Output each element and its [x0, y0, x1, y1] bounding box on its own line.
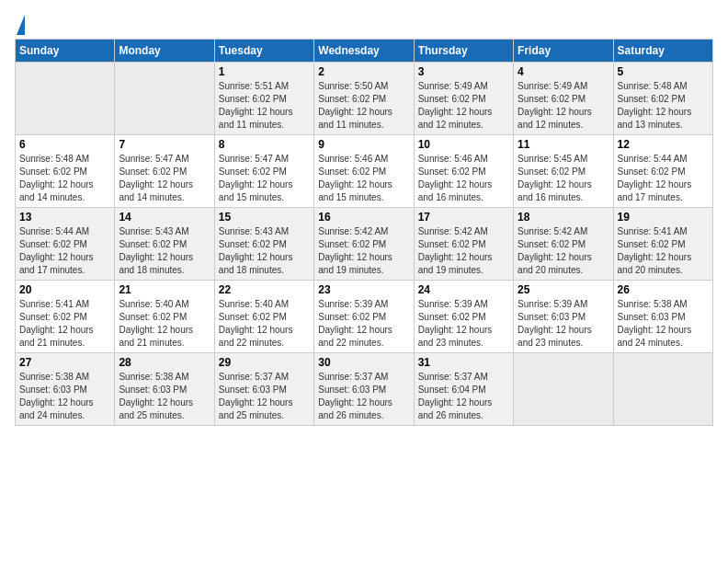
day-number: 28 — [119, 356, 210, 369]
calendar-day-cell: 4Sunrise: 5:49 AMSunset: 6:02 PMDaylight… — [514, 63, 613, 135]
day-detail: Sunrise: 5:39 AMSunset: 6:03 PMDaylight:… — [518, 298, 609, 350]
day-detail: Sunrise: 5:42 AMSunset: 6:02 PMDaylight:… — [418, 225, 509, 277]
calendar-day-cell: 6Sunrise: 5:48 AMSunset: 6:02 PMDaylight… — [16, 135, 115, 208]
calendar-day-cell: 21Sunrise: 5:40 AMSunset: 6:02 PMDayligh… — [115, 281, 214, 353]
day-detail: Sunrise: 5:39 AMSunset: 6:02 PMDaylight:… — [318, 298, 409, 350]
day-number: 10 — [418, 138, 509, 151]
calendar-week-row: 13Sunrise: 5:44 AMSunset: 6:02 PMDayligh… — [16, 208, 713, 281]
calendar-day-cell: 16Sunrise: 5:42 AMSunset: 6:02 PMDayligh… — [314, 208, 414, 281]
day-detail: Sunrise: 5:48 AMSunset: 6:02 PMDaylight:… — [618, 80, 709, 132]
day-detail: Sunrise: 5:43 AMSunset: 6:02 PMDaylight:… — [119, 225, 210, 277]
day-number: 16 — [318, 211, 409, 224]
day-number: 7 — [119, 138, 210, 151]
calendar-week-row: 20Sunrise: 5:41 AMSunset: 6:02 PMDayligh… — [16, 281, 713, 353]
calendar-day-cell: 23Sunrise: 5:39 AMSunset: 6:02 PMDayligh… — [314, 281, 414, 353]
calendar-day-cell: 25Sunrise: 5:39 AMSunset: 6:03 PMDayligh… — [514, 281, 613, 353]
day-detail: Sunrise: 5:44 AMSunset: 6:02 PMDaylight:… — [19, 225, 110, 277]
day-number: 22 — [219, 283, 310, 296]
day-number: 1 — [219, 65, 310, 78]
day-number: 9 — [318, 138, 409, 151]
calendar-day-cell: 28Sunrise: 5:38 AMSunset: 6:03 PMDayligh… — [115, 353, 214, 426]
calendar-day-cell: 17Sunrise: 5:42 AMSunset: 6:02 PMDayligh… — [414, 208, 513, 281]
calendar-day-cell — [16, 63, 115, 135]
day-number: 13 — [19, 211, 110, 224]
day-number: 3 — [418, 65, 509, 78]
calendar-day-cell: 3Sunrise: 5:49 AMSunset: 6:02 PMDaylight… — [414, 63, 513, 135]
day-number: 5 — [618, 65, 709, 78]
calendar-week-row: 1Sunrise: 5:51 AMSunset: 6:02 PMDaylight… — [16, 63, 713, 135]
calendar-day-cell — [514, 353, 613, 426]
calendar-day-cell: 30Sunrise: 5:37 AMSunset: 6:03 PMDayligh… — [314, 353, 414, 426]
calendar-day-cell: 15Sunrise: 5:43 AMSunset: 6:02 PMDayligh… — [214, 208, 313, 281]
day-detail: Sunrise: 5:40 AMSunset: 6:02 PMDaylight:… — [119, 298, 210, 350]
calendar-day-cell: 1Sunrise: 5:51 AMSunset: 6:02 PMDaylight… — [214, 63, 313, 135]
day-detail: Sunrise: 5:50 AMSunset: 6:02 PMDaylight:… — [318, 80, 409, 132]
day-number: 11 — [518, 138, 609, 151]
calendar-day-cell: 26Sunrise: 5:38 AMSunset: 6:03 PMDayligh… — [613, 281, 712, 353]
day-detail: Sunrise: 5:41 AMSunset: 6:02 PMDaylight:… — [618, 225, 709, 277]
day-detail: Sunrise: 5:49 AMSunset: 6:02 PMDaylight:… — [518, 80, 609, 132]
day-detail: Sunrise: 5:41 AMSunset: 6:02 PMDaylight:… — [19, 298, 110, 350]
day-number: 18 — [518, 211, 609, 224]
day-detail: Sunrise: 5:42 AMSunset: 6:02 PMDaylight:… — [318, 225, 409, 277]
calendar-day-cell: 19Sunrise: 5:41 AMSunset: 6:02 PMDayligh… — [613, 208, 712, 281]
day-number: 4 — [518, 65, 609, 78]
day-number: 24 — [418, 283, 509, 296]
day-detail: Sunrise: 5:40 AMSunset: 6:02 PMDaylight:… — [219, 298, 310, 350]
calendar-day-cell: 27Sunrise: 5:38 AMSunset: 6:03 PMDayligh… — [16, 353, 115, 426]
day-detail: Sunrise: 5:38 AMSunset: 6:03 PMDaylight:… — [19, 371, 110, 422]
day-detail: Sunrise: 5:43 AMSunset: 6:02 PMDaylight:… — [219, 225, 310, 277]
day-number: 23 — [318, 283, 409, 296]
day-number: 14 — [119, 211, 210, 224]
day-detail: Sunrise: 5:39 AMSunset: 6:02 PMDaylight:… — [418, 298, 509, 350]
calendar-day-cell: 22Sunrise: 5:40 AMSunset: 6:02 PMDayligh… — [214, 281, 313, 353]
day-number: 12 — [618, 138, 709, 151]
calendar-day-cell: 20Sunrise: 5:41 AMSunset: 6:02 PMDayligh… — [16, 281, 115, 353]
day-detail: Sunrise: 5:47 AMSunset: 6:02 PMDaylight:… — [219, 153, 310, 204]
calendar-day-cell: 29Sunrise: 5:37 AMSunset: 6:03 PMDayligh… — [214, 353, 313, 426]
day-number: 29 — [219, 356, 310, 369]
day-number: 8 — [219, 138, 310, 151]
column-header-sunday: Sunday — [16, 40, 115, 63]
column-header-monday: Monday — [115, 40, 214, 63]
column-header-saturday: Saturday — [613, 40, 712, 63]
logo-triangle-icon — [17, 15, 25, 35]
calendar-day-cell — [115, 63, 214, 135]
day-number: 6 — [19, 138, 110, 151]
day-number: 25 — [518, 283, 609, 296]
column-header-friday: Friday — [514, 40, 613, 63]
day-detail: Sunrise: 5:37 AMSunset: 6:04 PMDaylight:… — [418, 371, 509, 422]
day-detail: Sunrise: 5:46 AMSunset: 6:02 PMDaylight:… — [318, 153, 409, 204]
calendar-day-cell: 18Sunrise: 5:42 AMSunset: 6:02 PMDayligh… — [514, 208, 613, 281]
day-number: 31 — [418, 356, 509, 369]
day-detail: Sunrise: 5:38 AMSunset: 6:03 PMDaylight:… — [119, 371, 210, 422]
day-detail: Sunrise: 5:38 AMSunset: 6:03 PMDaylight:… — [618, 298, 709, 350]
day-detail: Sunrise: 5:49 AMSunset: 6:02 PMDaylight:… — [418, 80, 509, 132]
calendar-day-cell: 5Sunrise: 5:48 AMSunset: 6:02 PMDaylight… — [613, 63, 712, 135]
calendar-day-cell — [613, 353, 712, 426]
day-detail: Sunrise: 5:48 AMSunset: 6:02 PMDaylight:… — [19, 153, 110, 204]
calendar-day-cell: 9Sunrise: 5:46 AMSunset: 6:02 PMDaylight… — [314, 135, 414, 208]
calendar-day-cell: 2Sunrise: 5:50 AMSunset: 6:02 PMDaylight… — [314, 63, 414, 135]
column-header-tuesday: Tuesday — [214, 40, 313, 63]
day-number: 19 — [618, 211, 709, 224]
calendar-day-cell: 12Sunrise: 5:44 AMSunset: 6:02 PMDayligh… — [613, 135, 712, 208]
calendar-day-cell: 14Sunrise: 5:43 AMSunset: 6:02 PMDayligh… — [115, 208, 214, 281]
day-number: 2 — [318, 65, 409, 78]
page-header — [15, 15, 713, 31]
calendar-day-cell: 13Sunrise: 5:44 AMSunset: 6:02 PMDayligh… — [16, 208, 115, 281]
day-number: 30 — [318, 356, 409, 369]
calendar-day-cell: 8Sunrise: 5:47 AMSunset: 6:02 PMDaylight… — [214, 135, 313, 208]
logo — [15, 15, 25, 31]
day-detail: Sunrise: 5:37 AMSunset: 6:03 PMDaylight:… — [318, 371, 409, 422]
calendar-day-cell: 11Sunrise: 5:45 AMSunset: 6:02 PMDayligh… — [514, 135, 613, 208]
calendar-day-cell: 31Sunrise: 5:37 AMSunset: 6:04 PMDayligh… — [414, 353, 513, 426]
day-number: 17 — [418, 211, 509, 224]
column-header-wednesday: Wednesday — [314, 40, 414, 63]
day-detail: Sunrise: 5:42 AMSunset: 6:02 PMDaylight:… — [518, 225, 609, 277]
day-number: 20 — [19, 283, 110, 296]
calendar-week-row: 27Sunrise: 5:38 AMSunset: 6:03 PMDayligh… — [16, 353, 713, 426]
day-number: 27 — [19, 356, 110, 369]
calendar-day-cell: 10Sunrise: 5:46 AMSunset: 6:02 PMDayligh… — [414, 135, 513, 208]
day-detail: Sunrise: 5:37 AMSunset: 6:03 PMDaylight:… — [219, 371, 310, 422]
